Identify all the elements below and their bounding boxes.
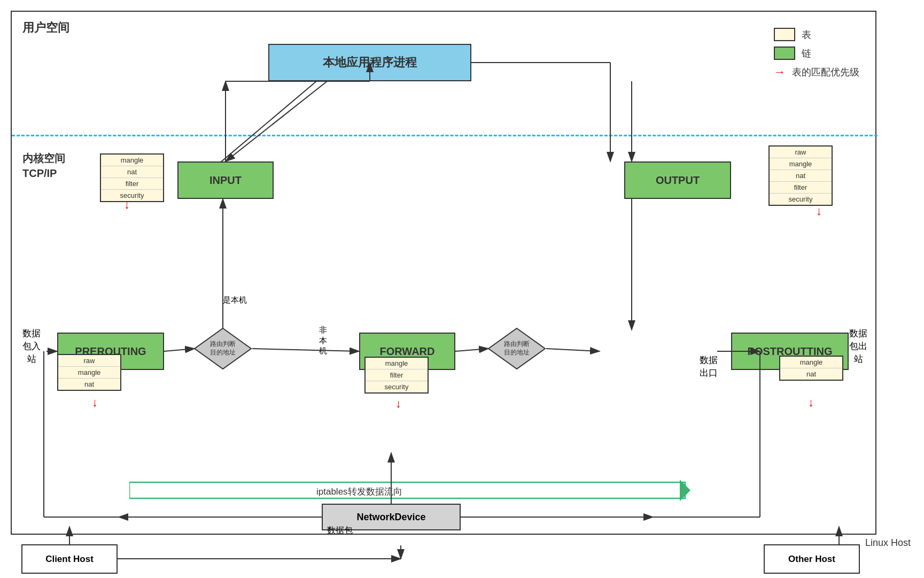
main-box: 用户空间 内核空间 TCP/IP 表 链 → 表的匹配优先级 本地应用程序进程 (11, 11, 876, 535)
input-table-security: security (101, 190, 163, 201)
output-chain-label: OUTPUT (656, 174, 700, 187)
svg-line-21 (252, 349, 359, 351)
route-label-1: 路由判断 目的地址 (210, 340, 236, 357)
client-host-label: Client Host (45, 554, 94, 565)
forward-chain-label: FORWARD (380, 345, 435, 358)
forward-arrow-container: iptables转发数据流向 (129, 477, 690, 504)
prerouting-red-arrow: ↓ (92, 396, 98, 410)
postrouting-table-nat: nat (780, 368, 842, 380)
legend-priority-label: 表的匹配优先级 (792, 66, 859, 79)
output-chain: OUTPUT (624, 161, 731, 199)
svg-line-19 (164, 349, 195, 351)
legend-chain-label: 链 (802, 47, 811, 60)
svg-line-9 (220, 81, 316, 163)
svg-line-22 (455, 349, 488, 351)
route-label-2: 路由判断 目的地址 (504, 340, 530, 357)
main-arrows-svg (12, 12, 878, 536)
data-out-label: 数据出口 (700, 354, 718, 380)
local-process-box: 本地应用程序进程 (268, 44, 471, 81)
other-host-label: Other Host (788, 554, 835, 565)
input-table-list: mangle nat filter security (100, 153, 164, 202)
input-chain-label: INPUT (209, 174, 242, 187)
forward-arrow-svg (129, 477, 690, 504)
input-red-arrow: ↓ (124, 198, 130, 212)
not-local-label: 非本机 (319, 325, 327, 356)
is-local-label: 是本机 (223, 295, 247, 305)
data-in-label: 数据包入站 (22, 327, 41, 365)
legend-arrow-icon: → (774, 65, 786, 79)
postrouting-red-arrow: ↓ (808, 396, 814, 410)
forward-table-filter: filter (366, 369, 428, 381)
output-table-filter: filter (770, 182, 832, 194)
output-table-raw: raw (770, 147, 832, 158)
svg-rect-3 (129, 482, 685, 498)
prerouting-table-list: raw mangle nat (57, 354, 121, 391)
forward-flow-label: iptables转发数据流向 (316, 485, 402, 498)
legend-chain: 链 (774, 47, 859, 60)
diagram-container: 用户空间 内核空间 TCP/IP 表 链 → 表的匹配优先级 本地应用程序进程 (11, 11, 913, 567)
output-table-security: security (770, 194, 832, 205)
prerouting-table-raw: raw (58, 355, 120, 367)
svg-line-8 (226, 81, 327, 161)
route-decision-1: 路由判断 目的地址 (193, 327, 252, 370)
local-process-label: 本地应用程序进程 (323, 55, 417, 71)
dashed-line (12, 135, 878, 136)
prerouting-table-mangle: mangle (58, 367, 120, 379)
legend-priority: → 表的匹配优先级 (774, 65, 859, 79)
route-decision-2: 路由判断 目的地址 (487, 327, 546, 370)
other-host-box: Other Host (764, 544, 860, 574)
input-chain: INPUT (177, 161, 274, 199)
forward-red-arrow: ↓ (395, 397, 401, 411)
legend-table: 表 (774, 28, 859, 41)
legend-table-box (774, 28, 795, 41)
kernelspace-label: 内核空间 TCP/IP (22, 151, 65, 181)
linux-host-label: Linux Host (865, 537, 911, 549)
output-red-arrow: ↓ (816, 204, 822, 218)
input-table-filter: filter (101, 178, 163, 190)
packet-label: 数据包 (327, 525, 353, 536)
input-table-nat: nat (101, 166, 163, 178)
data-out-station-label: 数据包出站 (849, 327, 867, 365)
prerouting-table-nat: nat (58, 379, 120, 390)
forward-table-list: mangle filter security (364, 357, 429, 394)
legend-chain-box (774, 47, 795, 60)
legend-table-label: 表 (802, 28, 811, 41)
output-table-nat: nat (770, 170, 832, 182)
client-host-box: Client Host (21, 544, 118, 574)
legend: 表 链 → 表的匹配优先级 (774, 28, 859, 84)
postrouting-table-list: mangle nat (779, 356, 843, 381)
output-table-list: raw mangle nat filter security (768, 145, 833, 206)
output-table-mangle: mangle (770, 158, 832, 170)
svg-line-23 (546, 349, 600, 351)
forward-table-mangle: mangle (366, 358, 428, 369)
network-device-label: NetworkDevice (356, 512, 425, 523)
forward-table-security: security (366, 381, 428, 392)
userspace-label: 用户空间 (22, 20, 69, 36)
input-table-mangle: mangle (101, 155, 163, 166)
postrouting-table-mangle: mangle (780, 357, 842, 368)
